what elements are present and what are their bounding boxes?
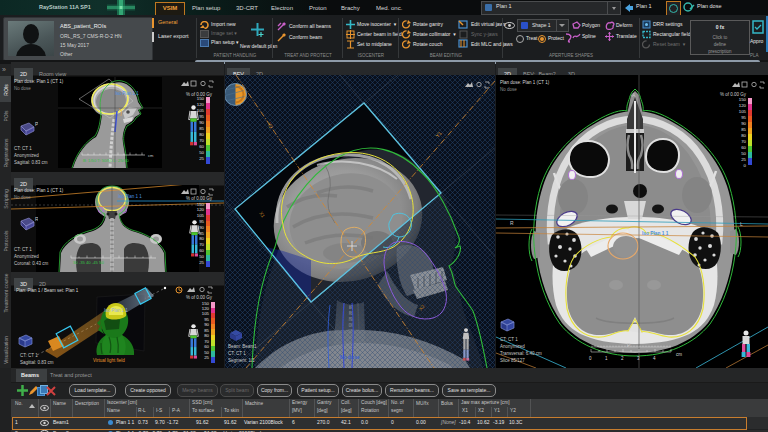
svg-text:cm: cm — [148, 153, 154, 158]
svg-text:Iso Plan 1 1: Iso Plan 1 1 — [642, 231, 669, 236]
svg-text:R: R — [510, 220, 514, 226]
svg-text:30 -35 40 -45 50: 30 -35 40 -45 50 — [73, 260, 104, 265]
svg-text:Iso Plan 1 1: Iso Plan 1 1 — [118, 194, 142, 199]
svg-text:B: 1/50 T: 50/50 L: 25/50: B: 1/50 T: 50/50 L: 25/50 — [83, 158, 129, 163]
svg-text:Iso Plan 1 1: Iso Plan 1 1 — [115, 91, 139, 96]
svg-text:Virtual light field: Virtual light field — [93, 358, 125, 363]
svg-text:R: R — [35, 216, 38, 222]
svg-text:P: P — [35, 121, 38, 127]
svg-text:No dose: No dose — [340, 354, 360, 360]
svg-text:cm: cm — [676, 352, 682, 357]
svg-text:L: L — [740, 221, 743, 227]
svg-text:Iso Plan 1 1: Iso Plan 1 1 — [104, 308, 128, 313]
